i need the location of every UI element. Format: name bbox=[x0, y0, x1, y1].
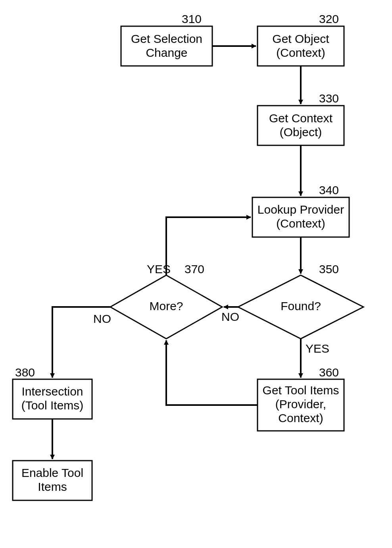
node-370-num: 370 bbox=[184, 262, 204, 276]
node-380-line1: Intersection bbox=[21, 385, 83, 398]
node-360-num: 360 bbox=[319, 366, 339, 379]
node-380-num: 380 bbox=[15, 366, 35, 379]
node-340-line2: (Context) bbox=[276, 217, 325, 230]
node-enable-line2: Items bbox=[38, 480, 67, 493]
node-320-line2: (Context) bbox=[276, 46, 325, 59]
node-380-line2: (Tool Items) bbox=[21, 399, 84, 412]
node-350-line1: Found? bbox=[281, 299, 321, 313]
node-enable-line1: Enable Tool bbox=[21, 466, 83, 479]
node-360-line3: Context) bbox=[278, 411, 323, 425]
node-310: Get Selection Change 310 bbox=[121, 12, 212, 66]
node-330-line1: Get Context bbox=[269, 112, 333, 125]
edge-370-340 bbox=[166, 217, 251, 275]
edge-350-no-label: NO bbox=[221, 310, 239, 323]
node-320-num: 320 bbox=[319, 12, 339, 25]
node-330-line2: (Object) bbox=[280, 125, 322, 139]
flowchart: Get Selection Change 310 Get Object (Con… bbox=[0, 0, 392, 548]
edge-370-no-label: NO bbox=[93, 312, 111, 325]
node-310-num: 310 bbox=[182, 12, 202, 25]
node-330-num: 330 bbox=[319, 92, 339, 105]
node-310-line2: Change bbox=[146, 46, 187, 59]
node-350: Found? 350 bbox=[238, 262, 363, 339]
edge-360-370 bbox=[166, 340, 257, 405]
node-360-line2: (Provider, bbox=[275, 397, 326, 411]
node-310-line1: Get Selection bbox=[131, 32, 202, 45]
node-340-num: 340 bbox=[319, 183, 339, 197]
node-340-line1: Lookup Provider bbox=[257, 203, 344, 216]
node-370-line1: More? bbox=[149, 299, 183, 313]
node-320: Get Object (Context) 320 bbox=[257, 12, 344, 66]
node-enable: Enable Tool Items bbox=[13, 461, 92, 500]
node-320-line1: Get Object bbox=[272, 32, 329, 45]
edge-350-yes-label: YES bbox=[306, 342, 329, 355]
node-360-line1: Get Tool Items bbox=[263, 384, 339, 397]
node-350-num: 350 bbox=[319, 262, 339, 276]
edge-370-yes-label: YES bbox=[147, 262, 171, 276]
